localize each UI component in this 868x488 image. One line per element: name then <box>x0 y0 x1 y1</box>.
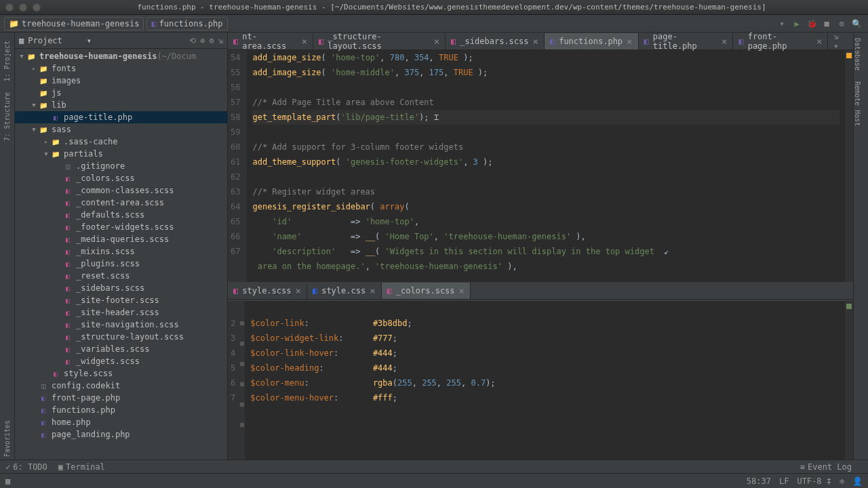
top-editor-pane[interactable]: 5455565758596061626364656667 add_image_s… <box>228 50 853 282</box>
zoom-window-button[interactable] <box>33 3 41 12</box>
tab-page-title-php[interactable]: ◧page-title.php× <box>639 33 734 49</box>
scss-icon: ◧ <box>233 37 238 46</box>
collapse-icon[interactable]: ⟲ <box>189 36 196 45</box>
tree-widgets[interactable]: ◧_widgets.scss <box>15 355 227 367</box>
window-title: functions.php - treehouse-hueman-genesis… <box>41 3 863 12</box>
event-log[interactable]: ≡Event Log <box>800 462 852 472</box>
tree-mixins[interactable]: ◧_mixins.scss <box>15 245 227 258</box>
lock-icon[interactable]: ⎆ <box>840 476 844 486</box>
tool-remote-host[interactable]: Remote Host <box>854 76 861 131</box>
tab-front-page-php[interactable]: ◧front-page.php× <box>733 33 828 49</box>
tree-site-nav[interactable]: ◧_site-navigation.scss <box>15 319 227 331</box>
tab--colors-scss[interactable]: ◧_colors.scss× <box>382 283 471 299</box>
css-icon: ◧ <box>313 286 317 296</box>
scss-icon: ◧ <box>319 37 323 46</box>
breadcrumb-project[interactable]: 📁 treehouse-hueman-genesis <box>4 17 144 30</box>
search-icon[interactable]: 🔍 <box>849 16 864 31</box>
tree-home[interactable]: ◧home.php <box>15 416 227 428</box>
tree-common[interactable]: ◧_common-classes.scss <box>15 184 227 197</box>
tree-page-landing[interactable]: ◧page_landing.php <box>15 428 227 441</box>
tree-plugins[interactable]: ◧_plugins.scss <box>15 258 227 270</box>
hide-icon[interactable]: ⇲ <box>218 36 223 45</box>
gutter-top[interactable]: 5455565758596061626364656667 <box>228 50 247 282</box>
tree-js[interactable]: 📁js <box>15 87 227 99</box>
stop-button[interactable]: ■ <box>819 16 834 31</box>
tree-structure[interactable]: ◧_structure-layout.scss <box>15 331 227 343</box>
run-config-dropdown[interactable]: ▾ <box>774 16 789 31</box>
tools-icon[interactable]: ⚙ <box>834 16 849 31</box>
tree-sass-cache[interactable]: ▸📁.sass-cache <box>15 136 227 148</box>
tree-fonts[interactable]: ▸📁fonts <box>15 62 227 75</box>
tree-footer-widgets[interactable]: ◧_footer-widgets.scss <box>15 221 227 233</box>
code-top[interactable]: add_image_size( 'home-top', 780, 354, TR… <box>247 50 845 282</box>
traffic-lights <box>5 3 41 12</box>
close-icon[interactable]: × <box>627 36 632 47</box>
tool-project[interactable]: 1: Project <box>3 35 11 87</box>
tree-functions[interactable]: ◧functions.php <box>15 404 227 416</box>
close-icon[interactable]: × <box>302 36 307 47</box>
tab--structure-layout-scss[interactable]: ◧_structure-layout.scss× <box>313 33 446 49</box>
tabs-overflow[interactable]: ⇲ ▾ <box>828 32 853 51</box>
minimize-window-button[interactable] <box>19 3 27 12</box>
project-tree[interactable]: ▼📁treehouse-hueman-genesis (~/Docum ▸📁fo… <box>15 49 227 474</box>
inspector-icon[interactable]: 👤 <box>852 476 863 486</box>
close-icon[interactable]: × <box>295 285 300 296</box>
encoding[interactable]: UTF-8 ‡ <box>797 476 831 486</box>
error-stripe-top[interactable] <box>845 50 853 282</box>
tool-todo[interactable]: ✓6: TODO <box>5 462 47 472</box>
settings-icon[interactable]: ⚙ <box>210 36 214 45</box>
breadcrumb-file[interactable]: ◧ functions.php <box>146 17 227 30</box>
tree-defaults[interactable]: ◧_defaults.scss <box>15 209 227 221</box>
tool-structure[interactable]: 7: Structure <box>3 87 11 146</box>
tree-sass[interactable]: ▼📁sass <box>15 123 227 136</box>
bottom-editor-pane[interactable]: 234567 $color-link: #3b8dbd;$color-widge… <box>228 300 853 474</box>
code-bottom[interactable]: $color-link: #3b8dbd;$color-widget-link:… <box>245 301 845 474</box>
line-separator[interactable]: LF <box>779 476 789 486</box>
tree-front-page[interactable]: ◧front-page.php <box>15 392 227 404</box>
autoscroll-icon[interactable]: ⊕ <box>200 36 205 45</box>
tree-media-queries[interactable]: ◧_media-queries.scss <box>15 233 227 245</box>
php-icon: ◧ <box>151 19 156 28</box>
dropdown-icon: ▾ <box>87 36 92 45</box>
project-icon: ▦ <box>19 36 24 45</box>
tab-style-scss[interactable]: ◧style.scss× <box>228 283 307 299</box>
tree-gitignore[interactable]: ◫.gitignore <box>15 160 227 172</box>
close-icon[interactable]: × <box>816 36 822 47</box>
tree-config[interactable]: ◫config.codekit <box>15 380 227 392</box>
tree-style[interactable]: ◧style.scss <box>15 367 227 380</box>
sidebar-title[interactable]: ▦ Project ▾ <box>19 36 189 45</box>
tree-site-footer[interactable]: ◧_site-footer.scss <box>15 294 227 306</box>
tree-reset[interactable]: ◧_reset.scss <box>15 270 227 282</box>
tab--sidebars-scss[interactable]: ◧_sidebars.scss× <box>446 33 545 49</box>
tree-lib[interactable]: ▼📁lib <box>15 99 227 111</box>
tab-functions-php[interactable]: ◧functions.php× <box>545 33 639 49</box>
tree-partials[interactable]: ▼📁partials <box>15 148 227 160</box>
tab-style-css[interactable]: ◧style.css× <box>307 283 382 299</box>
close-icon[interactable]: × <box>722 36 727 47</box>
tab-nt-area-scss[interactable]: ◧nt-area.scss× <box>228 33 313 49</box>
tool-terminal[interactable]: ▣Terminal <box>58 462 105 472</box>
tree-colors[interactable]: ◧_colors.scss <box>15 172 227 184</box>
tree-site-header[interactable]: ◧_site-header.scss <box>15 306 227 319</box>
debug-button[interactable]: 🐞 <box>804 16 819 31</box>
close-window-button[interactable] <box>5 3 14 12</box>
tree-page-title-php[interactable]: ◧page-title.php <box>15 111 227 123</box>
close-icon[interactable]: × <box>459 285 465 296</box>
close-icon[interactable]: × <box>533 36 538 47</box>
nav-toolbar: 📁 treehouse-hueman-genesis ◧ functions.p… <box>0 15 868 33</box>
tree-variables[interactable]: ◧_variables.scss <box>15 343 227 355</box>
gutter-bottom[interactable]: 234567 <box>228 301 239 474</box>
cursor-position[interactable]: 58:37 <box>747 476 771 486</box>
tree-sidebars[interactable]: ◧_sidebars.scss <box>15 282 227 294</box>
tool-window-bar: ✓6: TODO ▣Terminal ≡Event Log <box>0 460 868 473</box>
php-icon: ◧ <box>550 37 555 46</box>
error-stripe-bottom[interactable] <box>845 301 853 474</box>
tool-database[interactable]: Database <box>854 33 861 76</box>
run-button[interactable]: ▶ <box>789 16 804 31</box>
ide-icon[interactable]: ▦ <box>5 476 10 486</box>
tree-content-area[interactable]: ◧_content-area.scss <box>15 197 227 209</box>
tree-root[interactable]: ▼📁treehouse-hueman-genesis (~/Docum <box>15 50 227 62</box>
close-icon[interactable]: × <box>434 36 439 47</box>
close-icon[interactable]: × <box>370 285 375 296</box>
tree-images[interactable]: 📁images <box>15 75 227 87</box>
